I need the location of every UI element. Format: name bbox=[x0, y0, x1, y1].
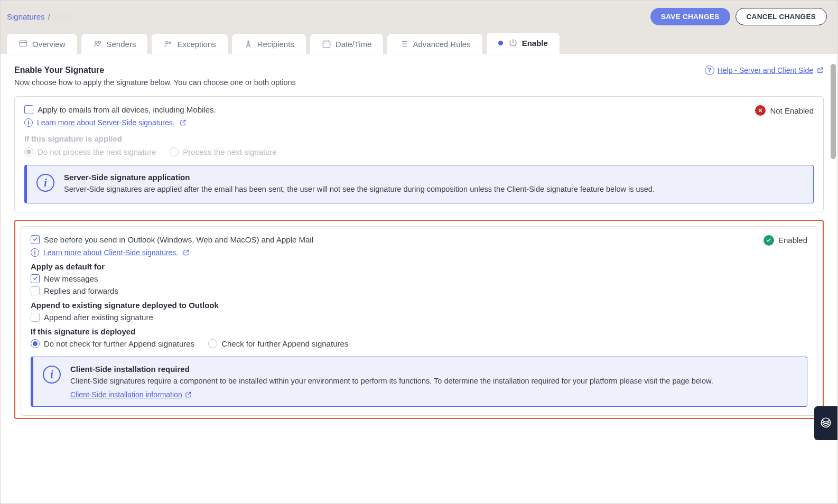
client-install-link[interactable]: Client-Side installation information bbox=[70, 390, 192, 399]
append-after-label: Append after existing signature bbox=[44, 313, 153, 322]
exceptions-icon bbox=[163, 39, 173, 49]
client-radio-b[interactable]: Check for further Append signatures bbox=[208, 339, 348, 348]
new-messages-label: New messages bbox=[44, 274, 98, 283]
client-radio-a-label: Do not check for further Append signatur… bbox=[44, 339, 194, 348]
server-radio-a: Do not process the next signature bbox=[24, 147, 156, 156]
server-side-panel: Apply to emails from all devices, includ… bbox=[14, 96, 824, 212]
breadcrumb-sep: / bbox=[48, 12, 50, 21]
external-link-icon bbox=[179, 119, 187, 126]
client-info-callout: i Client-Side installation required Clie… bbox=[31, 357, 807, 407]
overview-icon bbox=[18, 39, 28, 49]
list-icon bbox=[399, 39, 408, 49]
breadcrumb-root[interactable]: Signatures bbox=[7, 12, 45, 21]
svg-point-4 bbox=[166, 42, 169, 44]
save-button[interactable]: SAVE CHANGES bbox=[650, 8, 730, 25]
server-apply-checkbox[interactable] bbox=[24, 105, 33, 114]
replies-forwards-label: Replies and forwards bbox=[44, 286, 118, 295]
client-status: Enabled bbox=[763, 235, 807, 246]
tab-label: Overview bbox=[32, 40, 66, 49]
tab-overview[interactable]: Overview bbox=[7, 34, 77, 54]
info-icon: i bbox=[36, 174, 54, 192]
server-status: Not Enabled bbox=[755, 105, 814, 116]
active-dot-icon bbox=[498, 41, 503, 45]
server-learn-more-link[interactable]: Learn more about Server-Side signatures. bbox=[37, 118, 175, 127]
senders-icon bbox=[93, 39, 103, 49]
tab-label: Enable bbox=[522, 39, 548, 48]
chat-widget[interactable] bbox=[814, 406, 837, 440]
tab-enable[interactable]: Enable bbox=[487, 33, 560, 54]
external-link-icon bbox=[184, 391, 192, 398]
client-radio-b-input[interactable] bbox=[208, 339, 217, 348]
tab-datetime[interactable]: Date/Time bbox=[310, 34, 384, 54]
calendar-icon bbox=[322, 39, 331, 49]
tab-recipients[interactable]: Recipients bbox=[232, 34, 306, 54]
help-link[interactable]: ? Help - Server and Client Side bbox=[705, 66, 824, 75]
client-callout-title: Client-Side installation required bbox=[70, 365, 713, 374]
help-icon: ? bbox=[705, 66, 714, 75]
server-applied-heading: If this signature is applied bbox=[24, 134, 814, 143]
client-radio-a-input[interactable] bbox=[31, 339, 40, 348]
page-heading: Enable Your Signature Now choose how to … bbox=[14, 66, 296, 87]
topbar: Signatures / SAVE CHANGES CANCEL CHANGES bbox=[1, 1, 837, 33]
page-subtitle: Now choose how to apply the signature be… bbox=[14, 78, 296, 87]
server-radio-b-label: Process the next signature bbox=[183, 147, 277, 156]
client-radio-a[interactable]: Do not check for further Append signatur… bbox=[31, 339, 194, 348]
server-radio-b: Process the next signature bbox=[170, 147, 277, 156]
external-link-icon bbox=[182, 249, 190, 256]
server-callout-body: Server-Side signatures are applied after… bbox=[64, 184, 655, 195]
client-status-text: Enabled bbox=[778, 236, 807, 245]
tab-label: Exceptions bbox=[177, 40, 216, 49]
tab-exceptions[interactable]: Exceptions bbox=[152, 34, 227, 54]
replies-forwards-checkbox[interactable] bbox=[31, 286, 40, 295]
svg-rect-6 bbox=[323, 41, 330, 48]
client-see-before-label: See before you send in Outlook (Windows,… bbox=[44, 235, 313, 244]
tab-advanced-rules[interactable]: Advanced Rules bbox=[387, 34, 482, 54]
svg-rect-1 bbox=[20, 41, 27, 46]
content: Enable Your Signature Now choose how to … bbox=[1, 54, 837, 430]
tabs: Overview Senders Exceptions Recipients D… bbox=[1, 33, 837, 54]
client-radio-b-label: Check for further Append signatures bbox=[221, 339, 348, 348]
tab-label: Advanced Rules bbox=[413, 40, 470, 49]
external-link-icon bbox=[816, 67, 824, 74]
svg-point-2 bbox=[95, 41, 97, 44]
status-enabled-icon bbox=[763, 235, 774, 246]
power-icon bbox=[508, 38, 518, 48]
tab-label: Recipients bbox=[257, 40, 294, 49]
deployed-heading: If this signature is deployed bbox=[31, 327, 807, 336]
help-link-text[interactable]: Help - Server and Client Side bbox=[718, 66, 813, 74]
server-callout-title: Server-Side signature application bbox=[64, 173, 655, 182]
breadcrumb: Signatures / bbox=[7, 12, 72, 21]
client-learn-more-link[interactable]: Learn more about Client-Side signatures. bbox=[43, 248, 178, 257]
cancel-button[interactable]: CANCEL CHANGES bbox=[735, 8, 827, 25]
server-status-text: Not Enabled bbox=[770, 106, 814, 115]
recipients-icon bbox=[244, 39, 253, 49]
server-radio-a-input bbox=[24, 147, 33, 156]
client-callout-body: Client-Side signatures require a compone… bbox=[70, 376, 713, 387]
server-info-callout: i Server-Side signature application Serv… bbox=[24, 165, 814, 203]
tab-senders[interactable]: Senders bbox=[81, 34, 148, 54]
tab-label: Senders bbox=[107, 40, 136, 49]
svg-point-3 bbox=[98, 41, 100, 44]
server-radio-a-label: Do not process the next signature bbox=[38, 147, 156, 156]
scrollbar-thumb[interactable] bbox=[831, 64, 836, 159]
status-not-enabled-icon bbox=[755, 105, 766, 116]
server-radio-b-input bbox=[170, 147, 179, 156]
info-icon: i bbox=[24, 118, 33, 127]
client-install-link-text: Client-Side installation information bbox=[70, 390, 182, 399]
new-messages-checkbox[interactable] bbox=[31, 274, 40, 283]
info-icon: i bbox=[31, 248, 39, 257]
client-side-highlight: See before you send in Outlook (Windows,… bbox=[14, 220, 824, 419]
breadcrumb-leaf bbox=[53, 16, 72, 18]
info-icon: i bbox=[43, 366, 61, 384]
tab-label: Date/Time bbox=[336, 40, 372, 49]
append-after-checkbox[interactable] bbox=[31, 313, 40, 322]
append-heading: Append to existing signature deployed to… bbox=[31, 301, 807, 310]
apply-default-heading: Apply as default for bbox=[31, 262, 807, 271]
server-apply-label: Apply to emails from all devices, includ… bbox=[38, 105, 216, 114]
client-side-panel: See before you send in Outlook (Windows,… bbox=[21, 226, 817, 416]
client-see-before-checkbox[interactable] bbox=[31, 235, 40, 244]
page-title: Enable Your Signature bbox=[14, 66, 296, 75]
